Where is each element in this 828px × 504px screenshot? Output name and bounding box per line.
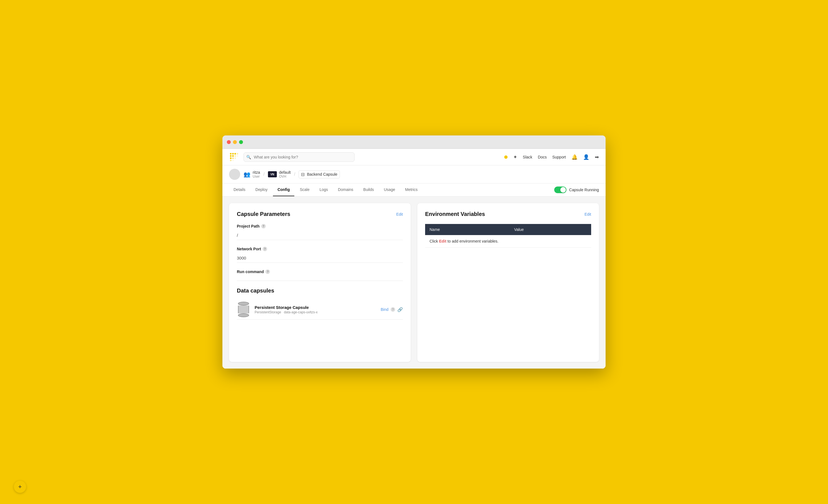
capsule-parameters-card: Capsule Parameters Edit Project Path ? /… [229,203,411,362]
nav-tabs: Details Deploy Config Scale Logs Domains… [222,183,606,196]
search-bar[interactable]: 🔍 [244,152,355,162]
env-empty-row: Click Edit to add environment variables. [425,235,591,247]
env-vars-title: Environment Variables [425,211,485,217]
slack-icon: ✦ [513,154,517,160]
users-icon: 👥 [244,171,250,178]
logo-icon [230,153,238,161]
persistent-storage-name: Persistent Storage Capsule [255,305,376,310]
project-path-field: Project Path ? / [237,224,403,240]
maximize-button[interactable] [239,140,243,144]
capsule-status-toggle-group: Capsule Running [554,186,599,193]
run-command-help-icon[interactable]: ? [265,270,270,274]
breadcrumb-user-role: User [253,175,260,178]
avatar [229,169,240,180]
run-command-field: Run command ? [237,270,403,281]
traffic-lights [227,140,243,144]
capsule-parameters-title: Capsule Parameters [237,211,290,217]
capsule-type: PersistentStorage [255,310,281,314]
notification-icon[interactable]: 🔔 [572,154,578,160]
storage-capsule-icon [237,303,250,316]
capsule-actions: Bind ? 🔗 [381,307,403,312]
env-empty-message: Click Edit to add environment variables. [425,235,591,247]
breadcrumb-user[interactable]: 👥 ritza User [244,170,260,178]
env-vars-header: Environment Variables Edit [425,211,591,217]
tab-metrics[interactable]: Metrics [401,183,422,196]
tab-builds[interactable]: Builds [359,183,378,196]
breadcrumb: 👥 ritza User / VN default OVH / ⊟ Backe [222,166,606,183]
network-port-field: Network Port ? 3000 [237,247,403,263]
network-port-label: Network Port ? [237,247,403,251]
project-path-help-icon[interactable]: ? [261,224,266,228]
user-icon[interactable]: 👤 [583,154,589,160]
status-indicator [504,155,507,159]
tab-usage[interactable]: Usage [380,183,400,196]
environment-variables-card: Environment Variables Edit Name Value Cl [417,203,599,362]
network-port-help-icon[interactable]: ? [263,247,267,251]
breadcrumb-capsule[interactable]: ⊟ Backend Capsule [298,170,340,178]
network-port-value: 3000 [237,254,403,263]
capsule-parameters-header: Capsule Parameters Edit [237,211,403,217]
breadcrumb-org[interactable]: VN default OVH [268,170,291,178]
project-path-label: Project Path ? [237,224,403,228]
capsule-running-toggle[interactable] [554,186,567,193]
tab-domains[interactable]: Domains [333,183,358,196]
org-logo: VN [268,171,277,177]
env-vars-edit[interactable]: Edit [584,212,591,217]
top-bar-right: ✦ Slack Docs Support 🔔 👤 ➡ [504,154,599,160]
capsule-info: Persistent Storage Capsule PersistentSto… [255,305,376,314]
titlebar [222,135,606,149]
persistent-storage-meta: PersistentStorage data-age-caps-uvltzs-x [255,310,376,314]
capsule-identifier: data-age-caps-uvltzs-x [284,310,317,314]
capsule-status-label: Capsule Running [569,188,599,192]
main-content: Capsule Parameters Edit Project Path ? /… [222,196,606,369]
slack-link[interactable]: Slack [523,155,532,159]
env-vars-table-head: Name Value [425,224,591,235]
env-edit-inline[interactable]: Edit [439,239,446,243]
app-content: 🔍 ✦ Slack Docs Support 🔔 👤 ➡ 👥 ritza [222,149,606,369]
support-link[interactable]: Support [552,155,566,159]
run-command-label: Run command ? [237,270,403,274]
plus-button[interactable]: + [14,481,26,493]
close-button[interactable] [227,140,231,144]
project-path-value: / [237,231,403,240]
run-command-value [237,276,403,281]
logo [229,152,239,162]
env-name-header: Name [425,224,510,235]
tab-details[interactable]: Details [229,183,250,196]
logout-icon[interactable]: ➡ [595,154,599,160]
breadcrumb-sep-1: / [263,172,264,177]
persistent-storage-item: Persistent Storage Capsule PersistentSto… [237,300,403,320]
tab-scale[interactable]: Scale [295,183,314,196]
tab-logs[interactable]: Logs [315,183,332,196]
capsule-icon: ⊟ [301,172,304,177]
env-vars-table: Name Value Click Edit to add environment… [425,224,591,247]
breadcrumb-org-name: default [279,170,291,175]
env-value-header: Value [510,224,591,235]
minimize-button[interactable] [233,140,237,144]
breadcrumb-sep-2: / [294,172,295,177]
search-input[interactable] [244,152,355,162]
breadcrumb-org-provider: OVH [279,175,291,178]
data-capsules-title: Data capsules [237,287,403,294]
docs-link[interactable]: Docs [538,155,547,159]
external-link-icon[interactable]: 🔗 [397,307,403,312]
env-vars-header-row: Name Value [425,224,591,235]
search-icon: 🔍 [246,155,251,159]
env-vars-table-body: Click Edit to add environment variables. [425,235,591,247]
tab-config[interactable]: Config [273,183,294,196]
breadcrumb-username: ritza [253,170,260,175]
breadcrumb-capsule-name: Backend Capsule [307,172,337,177]
bind-link[interactable]: Bind [381,307,388,312]
top-bar: 🔍 ✦ Slack Docs Support 🔔 👤 ➡ [222,149,606,166]
capsule-parameters-edit[interactable]: Edit [396,212,403,217]
tab-deploy[interactable]: Deploy [251,183,272,196]
bind-help-icon[interactable]: ? [391,307,395,312]
app-window: 🔍 ✦ Slack Docs Support 🔔 👤 ➡ 👥 ritza [222,135,606,369]
